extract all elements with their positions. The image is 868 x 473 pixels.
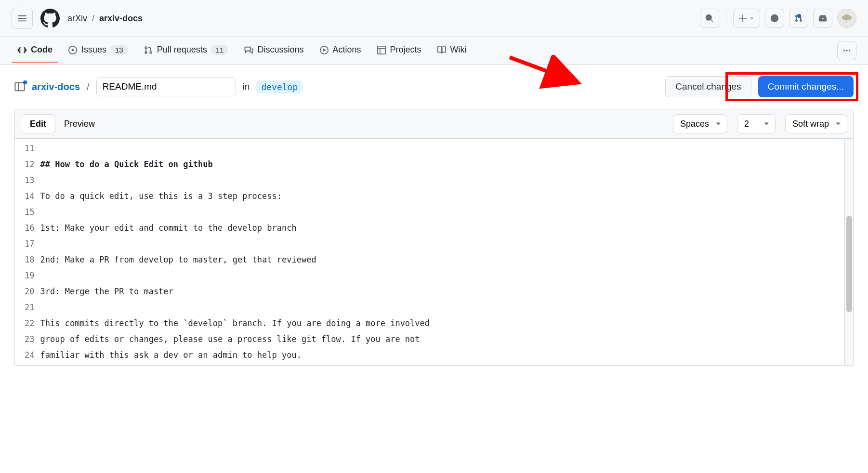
- tab-issues[interactable]: Issues 13: [62, 38, 134, 63]
- file-tree-toggle[interactable]: [14, 81, 25, 92]
- svg-point-7: [846, 50, 847, 51]
- indent-mode-select[interactable]: Spaces: [673, 114, 727, 133]
- issues-icon: [68, 45, 78, 55]
- tab-label: Pull requests: [157, 45, 207, 55]
- cancel-changes-button[interactable]: Cancel changes: [665, 76, 751, 97]
- hamburger-icon: [17, 13, 27, 23]
- code-icon: [17, 45, 27, 55]
- nav-more-button[interactable]: [837, 41, 856, 60]
- commit-changes-button[interactable]: Commit changes...: [758, 76, 854, 97]
- breadcrumb: arXiv / arxiv-docs: [67, 13, 143, 24]
- svg-point-1: [774, 17, 776, 20]
- tab-label: Code: [31, 45, 53, 55]
- discussions-icon: [244, 45, 253, 55]
- breadcrumb-separator: /: [87, 81, 90, 92]
- breadcrumb-repo[interactable]: arxiv-docs: [99, 13, 143, 24]
- kebab-icon: [842, 46, 851, 55]
- branch-badge: develop: [256, 80, 302, 93]
- tab-pull-requests[interactable]: Pull requests 11: [138, 38, 235, 63]
- pull-request-icon: [144, 45, 153, 55]
- wrap-mode-select[interactable]: Soft wrap: [785, 114, 847, 133]
- editor-toolbar: Edit Preview Spaces 2 Soft wrap: [15, 109, 853, 139]
- divider: [726, 13, 726, 24]
- chevron-down-icon: [749, 15, 755, 21]
- line-number-gutter: 1112131415161718192021222324: [15, 139, 40, 365]
- issues-button[interactable]: [765, 9, 784, 28]
- tab-label: Issues: [81, 45, 106, 55]
- svg-rect-9: [15, 83, 24, 91]
- code-content[interactable]: ## How to do a Quick Edit on githubTo do…: [40, 139, 844, 365]
- code-editor[interactable]: 1112131415161718192021222324 ## How to d…: [15, 139, 853, 365]
- breadcrumb-owner[interactable]: arXiv: [67, 13, 87, 24]
- indent-size-select[interactable]: 2: [737, 114, 776, 133]
- plus-icon: [738, 14, 747, 23]
- svg-rect-5: [377, 46, 385, 53]
- file-edit-bar: arxiv-docs / in develop Cancel changes C…: [0, 65, 868, 109]
- issues-icon: [770, 14, 779, 23]
- search-button[interactable]: [700, 9, 719, 28]
- tab-code[interactable]: Code: [12, 38, 58, 63]
- tab-wiki[interactable]: Wiki: [431, 38, 473, 63]
- svg-point-3: [72, 49, 74, 51]
- scrollbar[interactable]: [844, 139, 853, 365]
- scrollbar-thumb[interactable]: [846, 216, 852, 312]
- avatar-ginkgo-icon: [839, 10, 855, 26]
- editor-container: Edit Preview Spaces 2 Soft wrap 11121314…: [14, 109, 854, 366]
- global-header: arXiv / arxiv-docs: [0, 0, 868, 37]
- github-logo-icon[interactable]: [40, 9, 60, 28]
- create-new-button[interactable]: [733, 9, 760, 28]
- tab-projects[interactable]: Projects: [371, 38, 427, 63]
- tab-discussions[interactable]: Discussions: [238, 38, 309, 63]
- breadcrumb-separator: /: [92, 13, 94, 24]
- notification-dot: [23, 80, 27, 84]
- actions-icon: [319, 45, 329, 55]
- repo-nav-tabs: Code Issues 13 Pull requests 11 Discussi…: [0, 37, 868, 65]
- tab-label: Actions: [333, 45, 361, 55]
- projects-icon: [377, 45, 386, 55]
- preview-tab-button[interactable]: Preview: [55, 114, 104, 133]
- tab-actions[interactable]: Actions: [314, 38, 367, 63]
- inbox-icon: [818, 14, 827, 23]
- repo-breadcrumb-link[interactable]: arxiv-docs: [32, 81, 80, 92]
- issues-count: 13: [110, 45, 128, 55]
- notification-dot: [797, 14, 801, 18]
- in-label: in: [243, 81, 250, 92]
- pulls-count: 11: [211, 45, 229, 55]
- inbox-button[interactable]: [813, 9, 832, 28]
- edit-tab-button[interactable]: Edit: [21, 114, 55, 133]
- pull-requests-button[interactable]: [789, 9, 808, 28]
- svg-point-6: [843, 50, 845, 51]
- svg-point-8: [849, 50, 850, 51]
- header-actions: [700, 9, 856, 28]
- hamburger-menu-button[interactable]: [12, 8, 33, 29]
- tab-label: Projects: [390, 45, 421, 55]
- avatar[interactable]: [837, 9, 856, 28]
- search-icon: [705, 14, 714, 23]
- filename-input[interactable]: [96, 77, 236, 96]
- tab-label: Wiki: [450, 45, 467, 55]
- tab-label: Discussions: [257, 45, 303, 55]
- wiki-icon: [437, 45, 447, 55]
